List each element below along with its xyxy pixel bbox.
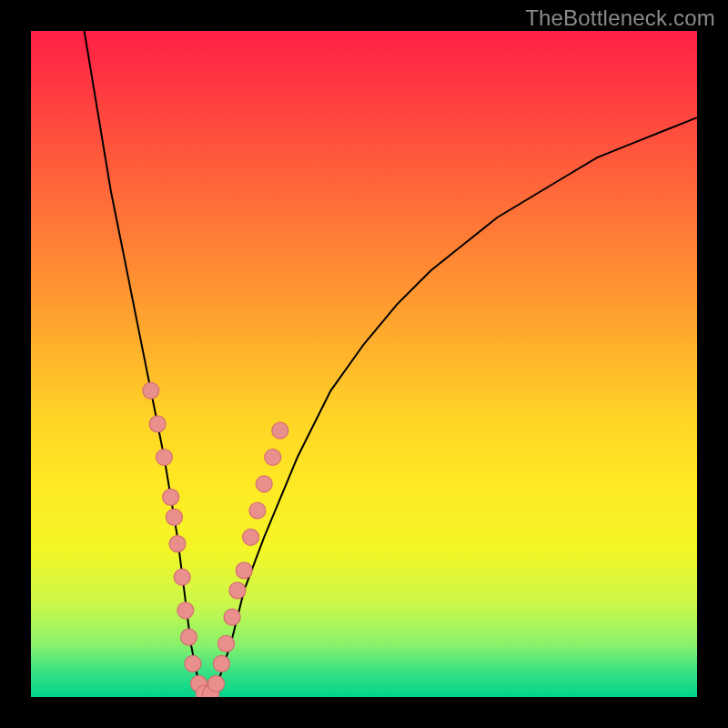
highlight-dot [213, 655, 229, 672]
highlight-dot [224, 609, 240, 625]
highlight-dot [265, 450, 281, 466]
highlight-dot [236, 562, 252, 579]
highlight-dot [229, 582, 246, 599]
attribution-label: TheBottleneck.com [525, 5, 715, 31]
highlight-dot [174, 569, 190, 585]
highlight-dot [185, 655, 201, 672]
chart-container: TheBottleneck.com [0, 0, 728, 728]
highlight-dot [163, 489, 179, 505]
bottleneck-curve [85, 31, 697, 697]
highlight-dot [177, 602, 194, 619]
highlight-dot [149, 416, 166, 432]
highlight-dot [166, 509, 182, 525]
highlight-dots [143, 382, 288, 697]
highlight-dot [249, 502, 266, 519]
highlight-dot [156, 450, 172, 466]
highlight-dot [256, 476, 272, 492]
curve-svg [31, 31, 697, 697]
highlight-dot [218, 635, 235, 652]
highlight-dot [208, 675, 225, 692]
highlight-dot [143, 382, 159, 399]
highlight-dot [181, 629, 197, 645]
highlight-dot [272, 422, 288, 439]
plot-area [31, 31, 697, 697]
highlight-dot [243, 529, 259, 545]
highlight-dot [169, 536, 186, 552]
